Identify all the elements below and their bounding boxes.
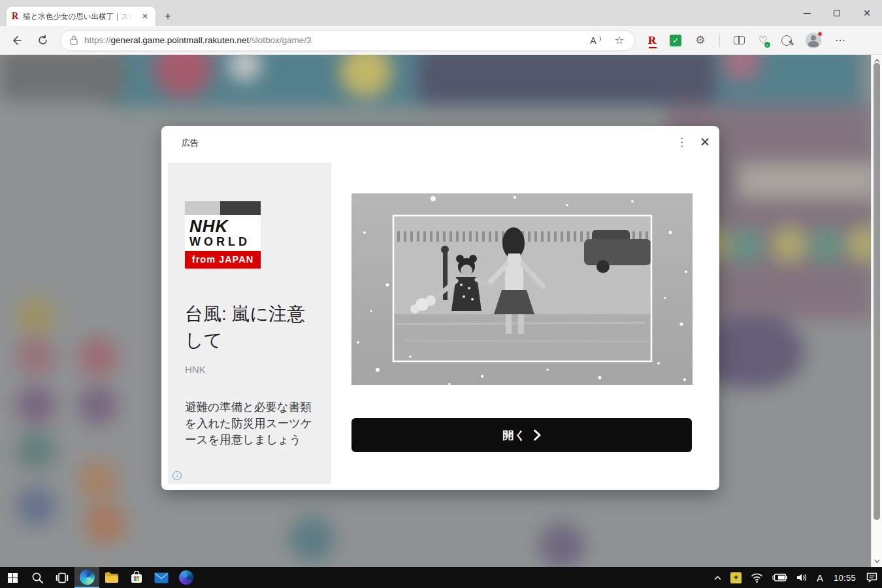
url-text: https://general.game.pointmall.rakuten.n… — [84, 35, 590, 45]
tab-title: 猫と水色少女の思い出横丁｜スロッ — [23, 12, 135, 22]
logo-bar-light — [185, 201, 220, 215]
windows-taskbar: ✦ A 10:55 — [0, 567, 882, 588]
battery-icon — [772, 574, 787, 581]
url-host: general.game.pointmall.rakuten.net — [111, 35, 250, 45]
page-scrollbar[interactable] — [871, 55, 882, 567]
mail-button[interactable] — [149, 567, 174, 588]
ad-dialog: 広告 ⋮ ✕ NHK WORLD from JAPAN 台風: 嵐に注意して H… — [161, 126, 719, 490]
browser-tab[interactable]: R 猫と水色少女の思い出横丁｜スロッ ✕ — [7, 7, 155, 26]
lock-icon — [70, 35, 78, 45]
chevron-right-icon — [533, 429, 541, 441]
file-explorer-icon — [105, 572, 119, 583]
taskbar-apps — [0, 567, 199, 588]
ad-menu-icon[interactable]: ⋮ — [672, 134, 691, 150]
ad-label: 広告 — [182, 137, 199, 149]
rakuten-extension-icon[interactable]: R — [648, 34, 656, 47]
windows-logo-icon — [8, 573, 18, 583]
maximize-icon — [834, 10, 840, 16]
logo-bar-dark — [220, 201, 261, 215]
url-path: /slotbox/game/3 — [249, 35, 311, 45]
browser-essentials-icon[interactable]: ♡✓ — [759, 34, 768, 46]
refresh-icon — [37, 35, 48, 46]
new-tab-button[interactable]: + — [165, 10, 171, 22]
maximize-button[interactable] — [822, 0, 852, 26]
split-screen-icon[interactable] — [734, 36, 745, 44]
edge-icon — [80, 570, 95, 585]
battery-button[interactable] — [768, 567, 792, 588]
media-app-icon — [179, 570, 193, 585]
nhk-world-logo: NHK WORLD from JAPAN — [185, 201, 261, 269]
ad-open-label: 開く — [502, 428, 526, 443]
ad-advertiser: HNK — [185, 364, 206, 375]
read-aloud-icon[interactable]: A — [590, 35, 600, 46]
scrollbar-thumb[interactable] — [874, 63, 880, 520]
wifi-icon — [751, 573, 763, 583]
web-capture-icon[interactable]: ✎ — [781, 35, 792, 46]
speaker-icon — [796, 573, 808, 582]
tray-app-button[interactable]: ✦ — [726, 567, 746, 588]
logo-nhk-text: NHK — [189, 218, 261, 235]
extension-row: R ✓ ⚙ ♡✓ ✎ ⋯ — [648, 33, 855, 48]
logo-world-text: WORLD — [189, 235, 261, 249]
address-bar[interactable]: https://general.game.pointmall.rakuten.n… — [60, 30, 635, 51]
page-viewport: 広告 ⋮ ✕ NHK WORLD from JAPAN 台風: 嵐に注意して H… — [0, 55, 882, 567]
taskbar-clock[interactable]: 10:55 — [828, 567, 862, 588]
browser-toolbar: https://general.game.pointmall.rakuten.n… — [0, 26, 882, 55]
checkmark-extension-icon[interactable]: ✓ — [670, 35, 681, 46]
ad-close-icon[interactable]: ✕ — [696, 133, 714, 151]
wifi-button[interactable] — [746, 567, 768, 588]
window-close-button[interactable]: ✕ — [852, 0, 882, 26]
ad-image[interactable] — [351, 193, 693, 385]
media-app-button[interactable] — [174, 567, 199, 588]
window-controls: ✕ — [792, 0, 882, 26]
address-bar-actions: A ☆ — [590, 34, 624, 46]
ad-open-button[interactable]: 開く — [351, 418, 692, 452]
refresh-button[interactable] — [33, 31, 52, 50]
ms-store-icon — [130, 571, 143, 584]
minimize-icon — [804, 13, 811, 14]
favorite-star-icon[interactable]: ☆ — [615, 34, 624, 46]
tab-close-icon[interactable]: ✕ — [140, 11, 150, 22]
chevron-up-icon — [714, 576, 721, 580]
browser-titlebar: R 猫と水色少女の思い出横丁｜スロッ ✕ + ✕ — [0, 0, 882, 26]
back-arrow-icon — [10, 35, 22, 46]
tray-app-icon: ✦ — [730, 572, 742, 583]
profile-notification-dot — [817, 31, 823, 37]
search-icon — [31, 572, 44, 584]
browser-window: R 猫と水色少女の思い出横丁｜スロッ ✕ + ✕ https://general… — [0, 0, 882, 588]
system-tray: ✦ A 10:55 — [710, 567, 882, 588]
tray-expand-button[interactable] — [710, 567, 726, 588]
extension-gear-icon[interactable]: ⚙ — [695, 33, 705, 47]
ad-info-panel: NHK WORLD from JAPAN 台風: 嵐に注意して HNK 避難の準… — [168, 163, 331, 484]
url-scheme: https:// — [84, 35, 111, 45]
ad-description: 避難の準備と必要な書類を入れた防災用スーツケースを用意しましょう — [185, 399, 313, 448]
back-button[interactable] — [7, 31, 26, 50]
ms-store-button[interactable] — [124, 567, 149, 588]
ime-indicator[interactable]: A — [812, 567, 828, 588]
task-view-button[interactable] — [50, 567, 74, 588]
essentials-check-badge: ✓ — [764, 42, 770, 48]
rakuten-favicon-icon: R — [12, 11, 18, 22]
start-button[interactable] — [0, 567, 25, 588]
profile-avatar[interactable] — [806, 33, 821, 48]
file-explorer-button[interactable] — [99, 567, 124, 588]
toolbar-divider — [719, 34, 720, 47]
minimize-button[interactable] — [792, 0, 822, 26]
volume-button[interactable] — [792, 567, 812, 588]
notification-center-button[interactable] — [862, 567, 882, 588]
taskbar-edge-button[interactable] — [74, 567, 99, 588]
task-view-icon — [56, 572, 69, 583]
notification-icon — [866, 572, 877, 583]
logo-from-japan-text: from JAPAN — [185, 251, 261, 269]
scroll-down-icon[interactable] — [872, 557, 882, 566]
search-button[interactable] — [25, 567, 50, 588]
mail-icon — [154, 572, 169, 583]
ad-title: 台風: 嵐に注意して — [185, 301, 316, 353]
settings-menu-icon[interactable]: ⋯ — [835, 34, 846, 46]
ad-info-icon[interactable]: i — [172, 471, 182, 480]
